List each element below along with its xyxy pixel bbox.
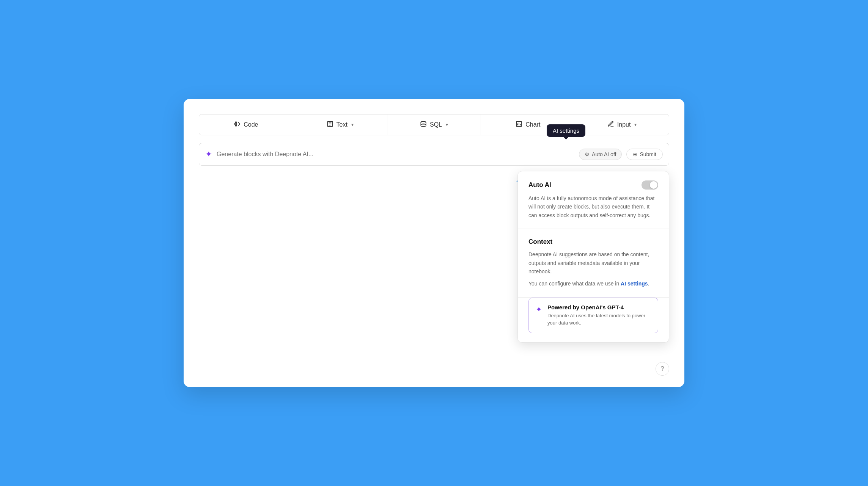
toggle-knob xyxy=(650,181,657,189)
context-link-row: You can configure what data we use in AI… xyxy=(528,279,658,288)
toolbar-sql-label: SQL xyxy=(430,121,442,128)
text-chevron-icon: ▾ xyxy=(351,122,354,127)
toolbar-chart-label: Chart xyxy=(525,121,540,128)
submit-label: Submit xyxy=(640,151,656,157)
ai-settings-tooltip: AI settings xyxy=(547,124,585,137)
toolbar-code-label: Code xyxy=(244,121,258,128)
gpt4-content: Powered by OpenAI's GPT-4 Deepnote AI us… xyxy=(547,304,651,327)
tooltip-text: AI settings xyxy=(553,127,579,134)
app-window: Code Text ▾ SQL ▾ xyxy=(184,99,684,387)
toolbar-input-label: Input xyxy=(617,121,631,128)
openai-icon: ✦ xyxy=(536,305,542,314)
context-description: Deepnote AI suggestions are based on the… xyxy=(528,250,658,276)
text-icon xyxy=(327,121,333,129)
gear-icon: ⚙ xyxy=(585,151,590,157)
context-pre-link-text: You can configure what data we use in xyxy=(528,281,621,287)
sql-chevron-icon: ▾ xyxy=(446,122,448,127)
auto-ai-header: Auto AI xyxy=(528,180,658,190)
toolbar-item-code[interactable]: Code xyxy=(199,114,293,135)
toolbar-item-text[interactable]: Text ▾ xyxy=(293,114,387,135)
ai-settings-link[interactable]: AI settings xyxy=(621,281,648,287)
input-icon xyxy=(607,121,614,129)
gpt4-box: ✦ Powered by OpenAI's GPT-4 Deepnote AI … xyxy=(528,298,658,333)
toolbar-text-label: Text xyxy=(337,121,348,128)
chart-icon xyxy=(516,121,522,129)
toolbar: Code Text ▾ SQL ▾ xyxy=(199,114,669,135)
help-icon: ? xyxy=(661,365,664,372)
code-icon xyxy=(234,121,241,129)
submit-icon: ⊕ xyxy=(633,151,637,157)
auto-ai-label: Auto AI off xyxy=(592,151,616,157)
context-header: Context xyxy=(528,238,658,246)
ai-input-row: AI settings ✦ ⚙ Auto AI off ⊕ Submit xyxy=(199,143,669,166)
auto-ai-button[interactable]: ⚙ Auto AI off xyxy=(579,149,622,160)
ai-input-field[interactable] xyxy=(217,151,574,158)
submit-button[interactable]: ⊕ Submit xyxy=(626,149,663,160)
ai-star-icon: ✦ xyxy=(205,149,212,159)
auto-ai-toggle[interactable] xyxy=(642,180,658,190)
auto-ai-section: Auto AI Auto AI is a fully autonomous mo… xyxy=(518,171,669,229)
sql-icon xyxy=(420,121,427,129)
gpt4-description: Deepnote AI uses the latest models to po… xyxy=(547,312,651,327)
svg-point-5 xyxy=(421,121,426,123)
context-section: Context Deepnote AI suggestions are base… xyxy=(518,229,669,298)
toolbar-item-sql[interactable]: SQL ▾ xyxy=(387,114,481,135)
context-title: Context xyxy=(528,238,552,246)
gpt4-title: Powered by OpenAI's GPT-4 xyxy=(547,304,651,310)
auto-ai-title: Auto AI xyxy=(528,181,551,189)
auto-ai-description: Auto AI is a fully autonomous mode of as… xyxy=(528,194,658,219)
toolbar-item-input[interactable]: Input ▾ xyxy=(575,114,669,135)
help-button[interactable]: ? xyxy=(656,362,669,376)
input-chevron-icon: ▾ xyxy=(634,122,637,127)
context-link-suffix: . xyxy=(648,281,649,287)
settings-panel: Auto AI Auto AI is a fully autonomous mo… xyxy=(517,171,669,343)
